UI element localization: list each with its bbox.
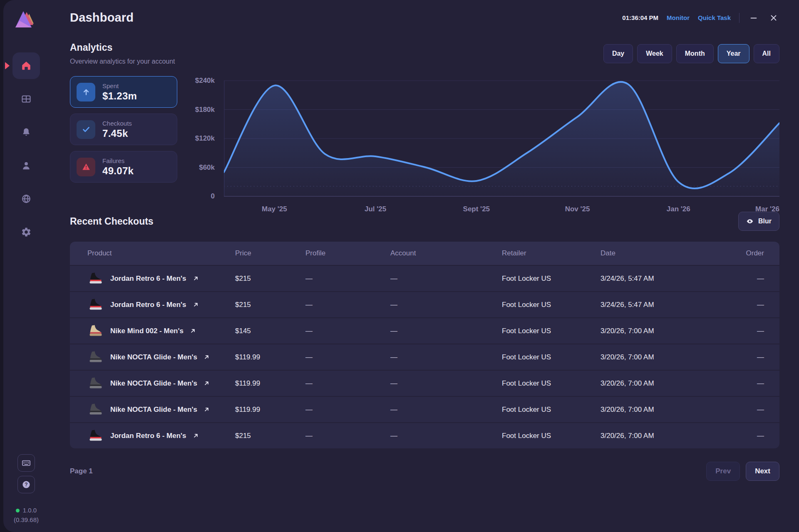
order-cell: —: [711, 432, 764, 440]
profile-cell: —: [305, 406, 390, 414]
spend-chart: $240k$180k$120k$60k0 May '25Jul '25Sept …: [177, 76, 779, 197]
retailer-cell: Foot Locker US: [502, 327, 600, 335]
table-row[interactable]: Jordan Retro 6 - Men's$215——Foot Locker …: [70, 265, 779, 291]
gear-icon: [21, 227, 32, 238]
period-button-month[interactable]: Month: [676, 44, 714, 63]
sidebar-item-grid[interactable]: [12, 86, 40, 112]
order-cell: —: [711, 327, 764, 335]
product-cell: Nike NOCTA Glide - Men's: [87, 375, 235, 392]
table-row[interactable]: Jordan Retro 6 - Men's$215——Foot Locker …: [70, 422, 779, 448]
grid-icon: [21, 94, 32, 104]
sneaker-image: [87, 401, 104, 418]
stat-card-checkouts[interactable]: Checkouts7.45k: [70, 114, 177, 145]
account-cell: —: [390, 379, 502, 388]
price-cell: $215: [235, 275, 305, 283]
sidebar-item-globe[interactable]: [12, 186, 40, 212]
close-button[interactable]: [768, 12, 779, 24]
arrow-up-icon: [81, 87, 91, 97]
clock: 01:36:04 PM: [622, 14, 658, 21]
order-cell: —: [711, 275, 764, 283]
product-cell: Jordan Retro 6 - Men's: [87, 297, 235, 313]
table-row[interactable]: Jordan Retro 6 - Men's$215——Foot Locker …: [70, 291, 779, 317]
retailer-cell: Foot Locker US: [502, 406, 600, 414]
period-button-all[interactable]: All: [754, 44, 779, 63]
date-cell: 3/20/26, 7:00 AM: [600, 353, 711, 361]
table-body: Jordan Retro 6 - Men's$215——Foot Locker …: [70, 265, 779, 448]
product-image: [87, 349, 104, 366]
close-icon: [769, 13, 778, 22]
table-row[interactable]: Nike Mind 002 - Men's$145——Foot Locker U…: [70, 317, 779, 344]
x-axis-tick-label: Jan '26: [667, 205, 690, 213]
retailer-cell: Foot Locker US: [502, 379, 600, 388]
table-row[interactable]: Nike NOCTA Glide - Men's$119.99——Foot Lo…: [70, 396, 779, 422]
period-button-day[interactable]: Day: [603, 44, 633, 63]
checkouts-title: Recent Checkouts: [70, 216, 154, 227]
recent-checkouts-section: Recent Checkouts Blur ProductPriceProfil…: [70, 197, 779, 481]
sidebar-item-bell[interactable]: [12, 119, 40, 146]
account-cell: —: [390, 406, 502, 414]
stat-label: Failures: [102, 157, 134, 164]
date-cell: 3/24/26, 5:47 AM: [600, 301, 711, 309]
checkouts-table: ProductPriceProfileAccountRetailerDateOr…: [70, 242, 779, 448]
price-cell: $215: [235, 432, 305, 440]
product-cell: Jordan Retro 6 - Men's: [87, 270, 235, 287]
next-page-button[interactable]: Next: [746, 462, 779, 481]
profile-cell: —: [305, 353, 390, 361]
product-name[interactable]: Nike Mind 002 - Men's: [110, 327, 184, 335]
period-button-year[interactable]: Year: [718, 44, 749, 63]
external-link-icon: [193, 275, 199, 282]
product-name[interactable]: Nike NOCTA Glide - Men's: [110, 353, 197, 361]
sidebar-item-user[interactable]: [12, 152, 40, 179]
date-cell: 3/20/26, 7:00 AM: [600, 432, 711, 440]
y-axis-tick-label: $240k: [195, 77, 215, 85]
prev-page-button[interactable]: Prev: [706, 462, 740, 481]
stat-value: 49.07k: [102, 165, 134, 177]
table-header: ProductPriceProfileAccountRetailerDateOr…: [70, 242, 779, 265]
help-button[interactable]: ?: [17, 476, 35, 493]
product-image: [87, 323, 104, 339]
stat-value: $1.23m: [102, 90, 137, 102]
product-name[interactable]: Jordan Retro 6 - Men's: [110, 301, 186, 309]
monitor-link[interactable]: Monitor: [667, 14, 690, 21]
app-logo: [15, 8, 38, 32]
sidebar-item-settings[interactable]: [12, 219, 40, 245]
profile-cell: —: [305, 275, 390, 283]
price-cell: $119.99: [235, 353, 305, 361]
product-cell: Nike NOCTA Glide - Men's: [87, 401, 235, 418]
product-name[interactable]: Jordan Retro 6 - Men's: [110, 432, 186, 440]
sidebar-item-home[interactable]: [12, 52, 40, 79]
eye-icon: [746, 218, 754, 225]
column-header-account: Account: [390, 249, 502, 257]
table-row[interactable]: Nike NOCTA Glide - Men's$119.99——Foot Lo…: [70, 370, 779, 396]
globe-icon: [21, 193, 32, 204]
bell-icon: [21, 127, 32, 138]
retailer-cell: Foot Locker US: [502, 353, 600, 361]
stat-card-failures[interactable]: Failures49.07k: [70, 151, 177, 183]
column-header-retailer: Retailer: [502, 249, 600, 257]
blur-button-label: Blur: [758, 218, 772, 225]
stat-label: Spent: [102, 82, 137, 89]
main-content: Dashboard 01:36:04 PM Monitor Quick Task…: [49, 0, 799, 532]
stat-cards: Spent$1.23mCheckouts7.45kFailures49.07k: [70, 76, 177, 197]
sneaker-image: [87, 375, 104, 392]
quick-task-link[interactable]: Quick Task: [698, 14, 731, 21]
x-axis-tick-label: Nov '25: [565, 205, 590, 213]
chart-x-axis: May '25Jul '25Sept '25Nov '25Jan '26Mar …: [224, 197, 779, 217]
product-image: [87, 428, 104, 444]
column-header-date: Date: [600, 249, 711, 257]
product-image: [87, 375, 104, 392]
table-row[interactable]: Nike NOCTA Glide - Men's$119.99——Foot Lo…: [70, 344, 779, 370]
product-name[interactable]: Nike NOCTA Glide - Men's: [110, 379, 197, 388]
chart-line: [224, 76, 779, 197]
external-link-icon: [190, 328, 196, 334]
column-header-product: Product: [87, 249, 235, 257]
date-cell: 3/24/26, 5:47 AM: [600, 275, 711, 283]
logo-icon: [15, 8, 38, 32]
date-cell: 3/20/26, 7:00 AM: [600, 406, 711, 414]
stat-card-spent[interactable]: Spent$1.23m: [70, 76, 177, 108]
keyboard-shortcuts-button[interactable]: [17, 454, 35, 472]
product-name[interactable]: Nike NOCTA Glide - Men's: [110, 406, 197, 414]
period-button-week[interactable]: Week: [637, 44, 672, 63]
minimize-button[interactable]: [748, 12, 759, 24]
product-name[interactable]: Jordan Retro 6 - Men's: [110, 275, 186, 283]
